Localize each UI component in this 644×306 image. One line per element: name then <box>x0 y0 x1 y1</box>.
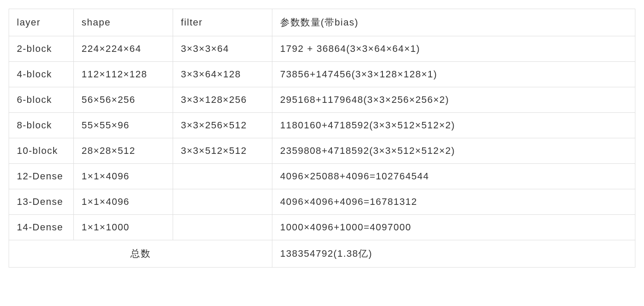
total-label: 总数 <box>9 240 272 268</box>
cell-filter <box>173 164 272 189</box>
cell-filter: 3×3×256×512 <box>173 113 272 138</box>
cell-shape: 1×1×4096 <box>74 164 173 189</box>
cell-shape: 112×112×128 <box>74 62 173 87</box>
cell-layer: 8-block <box>9 113 74 138</box>
header-params: 参数数量(带bias) <box>272 9 635 36</box>
table-row: 4-block 112×112×128 3×3×64×128 73856+147… <box>9 62 635 87</box>
cell-layer: 4-block <box>9 62 74 87</box>
cell-filter <box>173 215 272 240</box>
header-layer: layer <box>9 9 74 36</box>
cell-layer: 2-block <box>9 36 74 62</box>
cell-layer: 13-Dense <box>9 189 74 215</box>
cell-layer: 12-Dense <box>9 164 74 189</box>
cell-shape: 55×55×96 <box>74 113 173 138</box>
table-row: 8-block 55×55×96 3×3×256×512 1180160+471… <box>9 113 635 138</box>
table-header-row: layer shape filter 参数数量(带bias) <box>9 9 635 36</box>
header-shape: shape <box>74 9 173 36</box>
cell-params: 1792 + 36864(3×3×64×64×1) <box>272 36 635 62</box>
cell-filter: 3×3×3×64 <box>173 36 272 62</box>
cell-params: 4096×25088+4096=102764544 <box>272 164 635 189</box>
cell-params: 295168+1179648(3×3×256×256×2) <box>272 87 635 113</box>
cell-layer: 14-Dense <box>9 215 74 240</box>
cell-params: 1000×4096+1000=4097000 <box>272 215 635 240</box>
cell-filter: 3×3×128×256 <box>173 87 272 113</box>
table-row: 6-block 56×56×256 3×3×128×256 295168+117… <box>9 87 635 113</box>
cell-shape: 1×1×1000 <box>74 215 173 240</box>
cell-shape: 1×1×4096 <box>74 189 173 215</box>
cell-filter: 3×3×64×128 <box>173 62 272 87</box>
cell-shape: 28×28×512 <box>74 138 173 164</box>
cell-params: 73856+147456(3×3×128×128×1) <box>272 62 635 87</box>
table-row: 14-Dense 1×1×1000 1000×4096+1000=4097000 <box>9 215 635 240</box>
cell-filter: 3×3×512×512 <box>173 138 272 164</box>
cell-shape: 56×56×256 <box>74 87 173 113</box>
cell-params: 1180160+4718592(3×3×512×512×2) <box>272 113 635 138</box>
layer-params-table: layer shape filter 参数数量(带bias) 2-block 2… <box>9 9 635 268</box>
cell-layer: 6-block <box>9 87 74 113</box>
cell-shape: 224×224×64 <box>74 36 173 62</box>
cell-params: 2359808+4718592(3×3×512×512×2) <box>272 138 635 164</box>
header-filter: filter <box>173 9 272 36</box>
table-row: 12-Dense 1×1×4096 4096×25088+4096=102764… <box>9 164 635 189</box>
cell-params: 4096×4096+4096=16781312 <box>272 189 635 215</box>
table-row: 2-block 224×224×64 3×3×3×64 1792 + 36864… <box>9 36 635 62</box>
table-total-row: 总数 138354792(1.38亿) <box>9 240 635 268</box>
table-row: 13-Dense 1×1×4096 4096×4096+4096=1678131… <box>9 189 635 215</box>
table-row: 10-block 28×28×512 3×3×512×512 2359808+4… <box>9 138 635 164</box>
total-value: 138354792(1.38亿) <box>272 240 635 268</box>
cell-layer: 10-block <box>9 138 74 164</box>
cell-filter <box>173 189 272 215</box>
